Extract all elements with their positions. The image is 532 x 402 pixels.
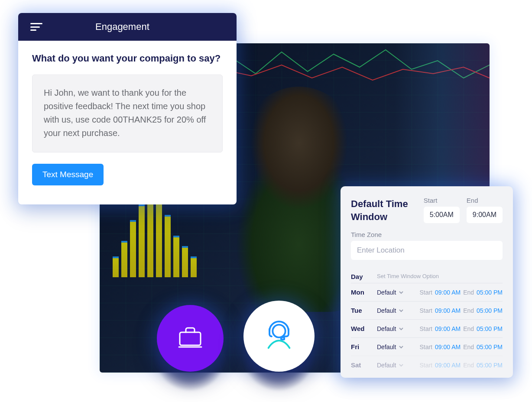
- row-start-label: Start: [419, 325, 432, 332]
- svg-point-2: [272, 325, 285, 337]
- row-day: Fri: [351, 343, 377, 350]
- row-day: Wed: [351, 325, 377, 332]
- briefcase-bubble[interactable]: [157, 305, 224, 372]
- time-window-card: Default Time Window Start 5:00AM End 9:0…: [341, 186, 513, 378]
- engagement-header: Engagement: [18, 13, 237, 41]
- chevron-down-icon: [399, 326, 404, 331]
- row-end-label: End: [463, 362, 474, 369]
- row-end-label: End: [463, 307, 474, 314]
- svg-rect-0: [180, 332, 201, 345]
- table-header-day: Day: [351, 273, 377, 280]
- row-option-select[interactable]: Default: [377, 289, 415, 296]
- row-start-value[interactable]: 09:00 AM: [435, 325, 461, 332]
- row-end-value[interactable]: 05:00 PM: [477, 307, 503, 314]
- row-end-value[interactable]: 05:00 PM: [477, 362, 503, 369]
- briefcase-icon: [176, 324, 204, 353]
- menu-icon[interactable]: [30, 23, 42, 31]
- text-message-button[interactable]: Text Message: [32, 164, 104, 185]
- row-end-label: End: [463, 344, 474, 350]
- table-row: Mon Default Start 09:00 AM End 05:00 PM: [351, 283, 503, 301]
- row-end-value[interactable]: 05:00 PM: [477, 289, 503, 296]
- chevron-down-icon: [399, 308, 404, 313]
- row-start-value[interactable]: 09:00 AM: [435, 362, 461, 369]
- end-label: End: [467, 197, 503, 204]
- row-start-label: Start: [419, 344, 432, 350]
- row-option-select[interactable]: Default: [377, 325, 415, 332]
- row-end-label: End: [463, 325, 474, 332]
- support-icon: [262, 318, 296, 354]
- engagement-title: Engagement: [95, 21, 149, 32]
- chevron-down-icon: [399, 344, 404, 350]
- svg-rect-3: [281, 337, 284, 340]
- table-row: Fri Default Start 09:00 AM End 05:00 PM: [351, 337, 503, 356]
- row-option-select[interactable]: Default: [377, 362, 415, 369]
- table-header-option: Set Time Window Option: [377, 273, 439, 280]
- campaign-message-preview[interactable]: Hi John, we want to thank you for the po…: [32, 75, 223, 152]
- row-end-label: End: [463, 289, 474, 296]
- row-day: Tue: [351, 307, 377, 314]
- start-time-value[interactable]: 5:00AM: [424, 207, 460, 223]
- time-window-title: Default Time Window: [351, 197, 417, 223]
- row-day: Sat: [351, 361, 377, 369]
- row-start-value[interactable]: 09:00 AM: [435, 307, 461, 314]
- chevron-down-icon: [399, 363, 404, 368]
- table-row: Wed Default Start 09:00 AM End 05:00 PM: [351, 319, 503, 337]
- row-day: Mon: [351, 289, 377, 296]
- table-row: Sat Default Start 09:00 AM End 05:00 PM: [351, 356, 503, 374]
- row-option-select[interactable]: Default: [377, 307, 415, 314]
- start-label: Start: [424, 197, 460, 204]
- row-end-value[interactable]: 05:00 PM: [477, 344, 503, 350]
- row-start-label: Start: [419, 289, 432, 296]
- support-bubble[interactable]: [243, 301, 315, 372]
- timezone-label: Time Zone: [351, 231, 503, 238]
- chevron-down-icon: [399, 290, 404, 295]
- row-start-value[interactable]: 09:00 AM: [435, 289, 461, 296]
- engagement-card: Engagement What do you want your compaig…: [18, 13, 237, 204]
- table-row: Tue Default Start 09:00 AM End 05:00 PM: [351, 301, 503, 319]
- time-window-table: Day Set Time Window Option Mon Default S…: [351, 270, 503, 374]
- row-end-value[interactable]: 05:00 PM: [477, 325, 503, 332]
- row-option-select[interactable]: Default: [377, 344, 415, 350]
- row-start-value[interactable]: 09:00 AM: [435, 344, 461, 350]
- timezone-input[interactable]: [351, 241, 503, 260]
- end-time-value[interactable]: 9:00AM: [467, 207, 503, 223]
- row-start-label: Start: [419, 307, 432, 314]
- engagement-question: What do you want your compaign to say?: [32, 53, 223, 64]
- row-start-label: Start: [419, 362, 432, 369]
